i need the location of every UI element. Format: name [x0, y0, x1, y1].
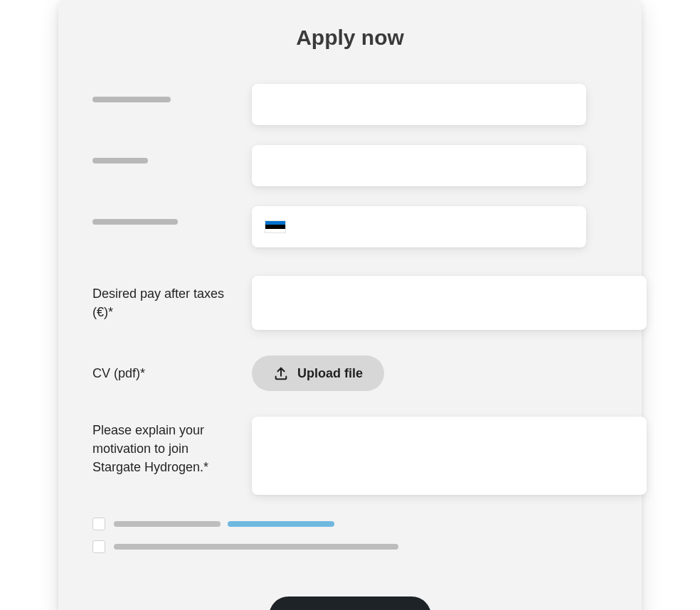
form-input-col-2: [252, 145, 586, 186]
submit-button[interactable]: Submit: [269, 596, 431, 610]
form-row-1: [92, 84, 608, 125]
cv-label: CV (pdf)*: [92, 366, 145, 380]
form-row-desired-pay: Desired pay after taxes (€)*: [92, 276, 608, 330]
form-title: Apply now: [92, 26, 608, 50]
skeleton-label: [92, 158, 148, 164]
form-label-1: [92, 84, 235, 102]
upload-button-label: Upload file: [297, 366, 363, 381]
desired-pay-input[interactable]: [252, 276, 647, 330]
phone-input[interactable]: [252, 206, 586, 247]
form-input-col-1: [252, 84, 586, 125]
checkbox-1[interactable]: [92, 518, 105, 530]
checkbox-row-1: [92, 518, 608, 530]
form-input-col-motivation: [252, 417, 647, 498]
skeleton-label: [92, 97, 171, 102]
estonia-flag-icon[interactable]: [265, 220, 286, 233]
upload-icon: [273, 365, 289, 381]
desired-pay-label: Desired pay after taxes (€)*: [92, 287, 224, 319]
motivation-textarea[interactable]: [252, 417, 647, 495]
checkbox-1-text: [114, 521, 334, 527]
motivation-label: Please explain your motivation to join S…: [92, 423, 208, 474]
form-row-phone: [92, 206, 608, 247]
form-row-cv: CV (pdf)* Upload file: [92, 355, 608, 391]
form-input-col-phone: [252, 206, 586, 247]
checkbox-row-2: [92, 540, 608, 553]
form-label-cv: CV (pdf)*: [92, 364, 235, 382]
checkboxes-section: [92, 518, 608, 553]
form-label-2: [92, 145, 235, 164]
apply-form-card: Apply now Desired pay aft: [58, 0, 642, 610]
skeleton-label: [92, 219, 178, 225]
form-input-col-desired-pay: [252, 276, 647, 330]
phone-text-input[interactable]: [295, 220, 573, 233]
upload-file-button[interactable]: Upload file: [252, 355, 384, 391]
checkbox-2-text: [114, 544, 398, 550]
form-input-col-cv: Upload file: [252, 355, 608, 391]
skeleton-link[interactable]: [228, 521, 334, 527]
text-input-2[interactable]: [252, 145, 586, 186]
text-input-1[interactable]: [252, 84, 586, 125]
form-row-motivation: Please explain your motivation to join S…: [92, 417, 608, 498]
skeleton-text: [114, 544, 398, 550]
form-label-phone: [92, 206, 235, 225]
checkbox-2[interactable]: [92, 540, 105, 553]
form-row-2: [92, 145, 608, 186]
skeleton-text: [114, 521, 221, 527]
form-label-motivation: Please explain your motivation to join S…: [92, 417, 235, 476]
form-label-desired-pay: Desired pay after taxes (€)*: [92, 276, 235, 321]
